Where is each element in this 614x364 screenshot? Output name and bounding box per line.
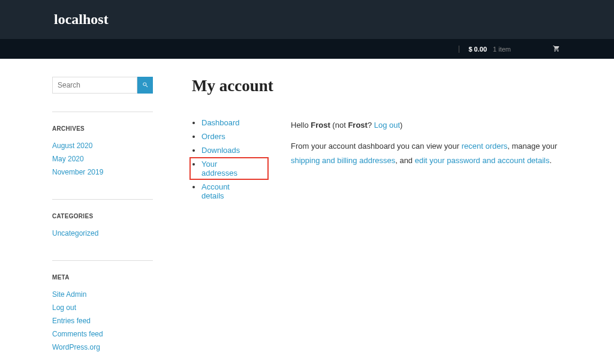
account-nav: Dashboard Orders Downloads Your addresse… [192, 118, 252, 205]
nav-link-downloads[interactable]: Downloads [201, 146, 240, 155]
widget-title-categories: CATEGORIES [52, 213, 153, 219]
nav-link-account-details[interactable]: Account details [201, 182, 230, 200]
sidebar: ARCHIVES August 2020 May 2020 November 2… [52, 77, 153, 364]
logout-link[interactable]: Log out [374, 121, 400, 130]
cart-items-count: 1 item [493, 46, 511, 53]
dashboard-content: Hello Frost (not Frost? Log out) From yo… [291, 118, 562, 205]
nav-link-dashboard[interactable]: Dashboard [201, 118, 240, 127]
category-link[interactable]: Uncategorized [52, 229, 98, 237]
nav-item-downloads: Downloads [201, 146, 252, 155]
nav-link-addresses[interactable]: Your addresses [201, 160, 237, 178]
nav-item-addresses: Your addresses [201, 160, 252, 178]
search-form [52, 77, 153, 94]
nav-item-orders: Orders [201, 132, 252, 141]
cart-icon[interactable] [553, 45, 560, 53]
meta-link-comments-feed[interactable]: Comments feed [52, 330, 103, 338]
search-button[interactable] [137, 77, 153, 94]
meta-link-logout[interactable]: Log out [52, 303, 76, 312]
shipping-addresses-link[interactable]: shipping and billing addresses [291, 156, 395, 165]
widget-archives: ARCHIVES August 2020 May 2020 November 2… [52, 112, 153, 188]
account-wrap: Dashboard Orders Downloads Your addresse… [192, 118, 562, 205]
nav-item-account-details: Account details [201, 182, 252, 200]
meta-link-site-admin[interactable]: Site Admin [52, 290, 86, 299]
cart-area[interactable]: $ 0.00 1 item [459, 45, 560, 53]
widget-meta: META Site Admin Log out Entries feed Com… [52, 260, 153, 363]
archive-link[interactable]: August 2020 [52, 142, 92, 150]
meta-link-entries-feed[interactable]: Entries feed [52, 317, 91, 325]
widget-categories: CATEGORIES Uncategorized [52, 199, 153, 249]
widget-title-meta: META [52, 274, 153, 281]
page-title: My account [192, 77, 562, 95]
search-icon [142, 81, 149, 90]
dashboard-description: From your account dashboard you can view… [291, 139, 562, 167]
main-content: My account Dashboard Orders Downloads Yo… [192, 77, 562, 364]
widget-title-archives: ARCHIVES [52, 125, 153, 132]
username: Frost [311, 121, 330, 130]
header-top: localhost [0, 0, 614, 39]
archive-link[interactable]: May 2020 [52, 155, 84, 163]
meta-link-wordpress[interactable]: WordPress.org [52, 343, 100, 351]
header-bar: $ 0.00 1 item [0, 39, 614, 59]
archive-link[interactable]: November 2019 [52, 168, 103, 176]
search-input[interactable] [52, 77, 137, 94]
greeting-line: Hello Frost (not Frost? Log out) [291, 118, 562, 132]
nav-link-orders[interactable]: Orders [201, 132, 225, 141]
site-title[interactable]: localhost [54, 11, 109, 28]
cart-price: $ 0.00 [459, 46, 487, 53]
edit-account-link[interactable]: edit your password and account details [415, 156, 550, 165]
recent-orders-link[interactable]: recent orders [462, 142, 508, 151]
nav-item-dashboard: Dashboard [201, 118, 252, 127]
main-container: ARCHIVES August 2020 May 2020 November 2… [52, 59, 562, 364]
